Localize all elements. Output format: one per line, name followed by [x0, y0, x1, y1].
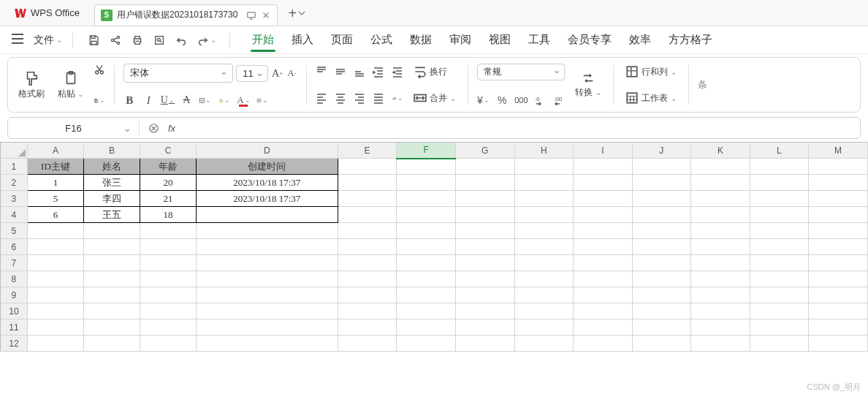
row-header[interactable]: 7	[1, 255, 28, 271]
cell[interactable]	[514, 303, 574, 320]
ribbon-tab-view[interactable]: 视图	[487, 29, 512, 51]
cell[interactable]	[338, 287, 397, 303]
cell[interactable]	[691, 207, 750, 223]
cell[interactable]	[455, 255, 514, 271]
cell[interactable]: 5	[27, 191, 83, 207]
cell[interactable]	[338, 336, 397, 352]
cell[interactable]	[83, 303, 140, 320]
cell[interactable]	[632, 336, 691, 352]
align-top-icon[interactable]	[316, 66, 327, 77]
row-header[interactable]: 11	[1, 320, 28, 336]
cell[interactable]	[455, 239, 514, 255]
cell[interactable]	[574, 239, 632, 255]
save-icon[interactable]	[88, 34, 99, 46]
cell[interactable]	[140, 239, 196, 255]
ribbon-tab-home[interactable]: 开始	[251, 29, 275, 51]
cell[interactable]	[750, 207, 809, 223]
cell[interactable]	[574, 287, 632, 303]
ribbon-tab-fangfang[interactable]: 方方格子	[667, 29, 714, 51]
cell[interactable]	[514, 175, 574, 191]
cell[interactable]	[750, 191, 809, 207]
font-color-icon[interactable]: A	[237, 94, 249, 106]
row-header[interactable]: 3	[1, 191, 28, 207]
cell[interactable]	[397, 191, 456, 207]
name-box[interactable]: F16 ⌄	[8, 120, 140, 137]
cut-icon[interactable]	[94, 64, 105, 75]
row-header[interactable]: 8	[1, 271, 28, 287]
cell[interactable]	[514, 287, 574, 303]
worksheet-button[interactable]: 工作表⌄	[623, 90, 679, 106]
font-name-select[interactable]: 宋体	[123, 64, 233, 83]
cell[interactable]	[455, 191, 514, 207]
justify-icon[interactable]	[373, 92, 384, 104]
strikethrough-icon[interactable]: A	[180, 94, 192, 106]
cell[interactable]	[574, 207, 632, 223]
cell[interactable]	[809, 336, 868, 352]
cell[interactable]	[338, 159, 397, 175]
cell[interactable]	[140, 336, 196, 352]
cell[interactable]	[140, 287, 196, 303]
copy-icon[interactable]	[94, 94, 105, 106]
cell[interactable]	[809, 303, 868, 320]
ribbon-overflow[interactable]: 条	[698, 62, 707, 107]
orientation-icon[interactable]: ab	[392, 92, 403, 104]
row-header[interactable]: 2	[1, 175, 28, 191]
row-header[interactable]: 4	[1, 207, 28, 223]
cell[interactable]	[574, 320, 632, 336]
cell[interactable]	[338, 303, 397, 320]
cell[interactable]: 18	[140, 207, 196, 223]
format-painter-button[interactable]: 格式刷	[15, 69, 47, 102]
cell[interactable]	[574, 175, 632, 191]
row-header[interactable]: 6	[1, 239, 28, 255]
col-header-J[interactable]: J	[632, 143, 691, 159]
increase-font-icon[interactable]: A+	[271, 67, 283, 79]
cell[interactable]	[140, 303, 196, 320]
cell[interactable]	[750, 287, 809, 303]
cell[interactable]	[632, 207, 691, 223]
cell-style-icon[interactable]	[256, 94, 268, 106]
ribbon-tab-insert[interactable]: 插入	[290, 29, 315, 51]
cell[interactable]	[514, 320, 574, 336]
cell[interactable]	[140, 320, 196, 336]
decrease-indent-icon[interactable]	[373, 66, 384, 77]
increase-decimal-icon[interactable]: .00	[553, 94, 565, 106]
font-size-select[interactable]: 11	[236, 65, 268, 82]
cell[interactable]: 2023/10/18 17:37	[197, 191, 338, 207]
ribbon-tab-data[interactable]: 数据	[408, 29, 433, 51]
document-tab[interactable]: S 用户错误数据20231018173730	[94, 4, 278, 26]
add-tab-button[interactable]: +	[288, 6, 305, 20]
cell[interactable]	[750, 223, 809, 239]
number-format-select[interactable]: 常规	[477, 64, 565, 80]
cell[interactable]	[750, 255, 809, 271]
cell[interactable]	[809, 207, 868, 223]
cell[interactable]: 姓名	[83, 159, 140, 175]
row-header[interactable]: 10	[1, 303, 28, 320]
cell[interactable]	[338, 271, 397, 287]
cell[interactable]	[140, 271, 196, 287]
file-menu[interactable]: 文件 ⌄	[29, 31, 66, 50]
cell[interactable]: 年龄	[140, 159, 196, 175]
cell[interactable]: 6	[27, 207, 83, 223]
cell[interactable]: ID主键	[27, 159, 83, 175]
cell[interactable]	[397, 223, 456, 239]
percent-icon[interactable]: %	[496, 94, 508, 106]
row-header[interactable]: 12	[1, 336, 28, 352]
col-header-K[interactable]: K	[691, 143, 750, 159]
cell[interactable]	[691, 255, 750, 271]
ribbon-tab-formula[interactable]: 公式	[369, 29, 394, 51]
cell[interactable]	[338, 239, 397, 255]
cell[interactable]	[514, 159, 574, 175]
ribbon-tab-page[interactable]: 页面	[330, 29, 354, 51]
cell[interactable]	[455, 223, 514, 239]
ribbon-tab-member[interactable]: 会员专享	[566, 29, 613, 51]
cell[interactable]	[632, 255, 691, 271]
cell[interactable]	[750, 303, 809, 320]
cell[interactable]	[632, 271, 691, 287]
cell[interactable]	[27, 287, 83, 303]
cell[interactable]	[514, 207, 574, 223]
decrease-font-icon[interactable]: A-	[286, 67, 297, 79]
cell[interactable]	[397, 239, 456, 255]
cell[interactable]	[338, 175, 397, 191]
cell[interactable]	[632, 239, 691, 255]
cell[interactable]	[338, 320, 397, 336]
